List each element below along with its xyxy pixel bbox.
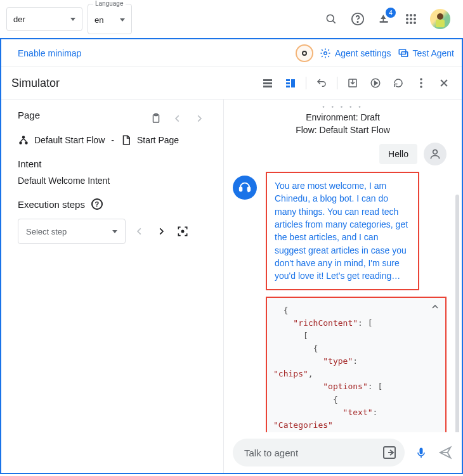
svg-point-5 xyxy=(406,14,408,16)
svg-line-38 xyxy=(21,139,24,142)
page-name[interactable]: Start Page xyxy=(137,135,179,145)
mic-icon[interactable] xyxy=(414,445,429,460)
notification-badge: 4 xyxy=(386,8,396,18)
svg-rect-19 xyxy=(263,79,272,81)
divider xyxy=(306,77,306,89)
step-prev-button[interactable] xyxy=(132,224,147,239)
svg-point-8 xyxy=(406,18,408,20)
clipboard-icon[interactable] xyxy=(148,111,164,126)
input-placeholder: Talk to agent xyxy=(244,447,298,458)
svg-line-1 xyxy=(333,21,336,23)
svg-point-35 xyxy=(22,136,25,139)
svg-point-28 xyxy=(420,78,422,80)
chevron-down-icon xyxy=(120,18,125,22)
environment-label: Environment: Draft xyxy=(224,112,462,124)
svg-point-41 xyxy=(433,150,438,155)
svg-point-9 xyxy=(410,18,412,20)
help-icon[interactable] xyxy=(350,11,365,27)
close-icon[interactable] xyxy=(436,75,452,91)
circle-icon xyxy=(302,51,307,56)
svg-rect-43 xyxy=(248,187,251,191)
refresh-icon[interactable] xyxy=(391,75,406,91)
user-avatar[interactable] xyxy=(430,9,450,29)
svg-rect-4 xyxy=(380,21,388,23)
view-split-icon[interactable] xyxy=(283,75,298,91)
chat-icon xyxy=(398,48,409,59)
apps-grid-icon[interactable] xyxy=(403,11,419,27)
agent-settings-link[interactable]: Agent settings xyxy=(320,48,391,59)
undo-icon[interactable] xyxy=(314,75,329,91)
page-icon xyxy=(121,134,132,146)
language-value: en xyxy=(95,15,103,25)
flow-label: Flow: Default Start Flow xyxy=(224,124,462,137)
svg-point-3 xyxy=(357,22,358,22)
simulator-title: Simulator xyxy=(11,77,60,90)
svg-point-30 xyxy=(420,86,422,88)
svg-point-11 xyxy=(406,22,408,24)
send-icon[interactable] xyxy=(438,445,453,460)
language-legend: Language xyxy=(93,0,126,7)
more-vert-icon[interactable] xyxy=(414,75,429,91)
svg-point-29 xyxy=(420,82,422,84)
intent-label: Intent xyxy=(18,158,207,169)
chevron-down-icon xyxy=(112,230,117,233)
svg-point-37 xyxy=(25,141,28,145)
svg-point-0 xyxy=(327,15,334,22)
enable-minimap-link[interactable]: Enable minimap xyxy=(18,48,81,58)
svg-point-7 xyxy=(414,14,416,16)
next-page-button[interactable] xyxy=(192,111,207,126)
status-circle-button[interactable] xyxy=(296,44,313,62)
svg-point-10 xyxy=(414,18,416,20)
project-dropdown-label: der xyxy=(13,15,25,24)
notifications-icon[interactable]: 4 xyxy=(377,11,392,27)
talk-to-agent-input[interactable]: Talk to agent xyxy=(233,439,405,466)
chevron-down-icon xyxy=(70,18,75,21)
prev-page-button[interactable] xyxy=(170,111,185,126)
test-agent-label: Test Agent xyxy=(413,48,454,58)
svg-point-13 xyxy=(414,22,416,24)
svg-rect-24 xyxy=(286,86,290,87)
svg-rect-25 xyxy=(291,79,295,87)
svg-rect-45 xyxy=(420,448,423,454)
svg-rect-42 xyxy=(240,187,242,191)
step-next-button[interactable] xyxy=(153,224,169,239)
select-step-label: Select step xyxy=(26,227,67,236)
svg-point-6 xyxy=(410,14,412,16)
select-step-dropdown[interactable]: Select step xyxy=(18,219,126,244)
scrollbar[interactable] xyxy=(455,195,459,435)
gear-icon xyxy=(320,48,331,59)
user-avatar-icon xyxy=(424,143,447,165)
divider xyxy=(337,77,337,89)
flow-name[interactable]: Default Start Flow xyxy=(34,135,105,145)
language-dropdown[interactable]: Language en xyxy=(88,4,132,34)
svg-point-16 xyxy=(324,51,327,55)
agent-settings-label: Agent settings xyxy=(335,48,391,58)
dash: - xyxy=(110,135,115,145)
svg-point-12 xyxy=(410,22,412,24)
flow-icon xyxy=(18,134,29,146)
svg-rect-20 xyxy=(263,82,272,84)
test-agent-link[interactable]: Test Agent xyxy=(398,48,454,59)
svg-rect-21 xyxy=(263,86,272,87)
svg-point-14 xyxy=(437,13,443,20)
help-circle-icon[interactable]: ? xyxy=(91,198,103,210)
svg-rect-23 xyxy=(286,82,290,84)
bot-message[interactable]: You are most welcome, I am Chinedu, a bl… xyxy=(266,172,419,290)
svg-rect-15 xyxy=(436,20,445,27)
collapse-icon[interactable] xyxy=(430,302,440,312)
download-icon[interactable] xyxy=(345,75,360,91)
play-icon[interactable] xyxy=(368,75,383,91)
svg-rect-22 xyxy=(286,79,290,81)
svg-point-36 xyxy=(19,141,22,145)
center-focus-icon[interactable] xyxy=(175,224,190,239)
view-list-icon[interactable] xyxy=(260,75,275,91)
intent-name[interactable]: Default Welcome Intent xyxy=(18,176,207,186)
enter-icon[interactable] xyxy=(382,445,397,460)
svg-point-40 xyxy=(181,230,183,232)
execution-steps-label: Execution steps xyxy=(18,199,85,210)
search-icon[interactable] xyxy=(323,11,339,27)
user-message[interactable]: Hello xyxy=(379,144,417,164)
bot-avatar-icon xyxy=(233,176,257,200)
project-dropdown[interactable]: der xyxy=(6,7,82,31)
drag-handle-dots: • • • • • xyxy=(224,100,462,112)
